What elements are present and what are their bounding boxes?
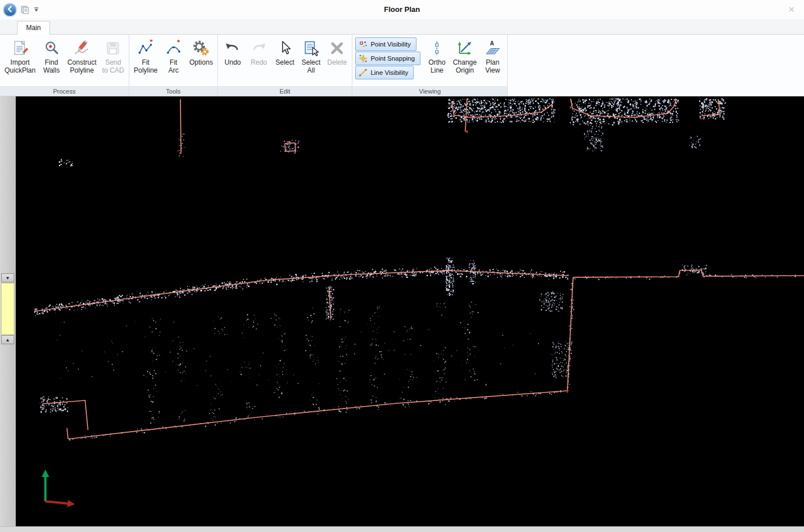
button-label-line1: Delete bbox=[327, 58, 347, 66]
ribbon-button-construct-polyline[interactable]: ConstructPolyline bbox=[65, 36, 99, 74]
button-label-line2: All bbox=[307, 66, 314, 74]
scatter-cabinet-cloud bbox=[699, 98, 726, 120]
group-label: Edit bbox=[218, 86, 352, 96]
scroll-range-indicator[interactable] bbox=[1, 283, 14, 335]
button-label-line1: Fit bbox=[142, 58, 149, 66]
select-icon bbox=[276, 38, 293, 58]
button-label-line1: Select bbox=[275, 58, 294, 66]
ribbon-button-select-all[interactable]: SelectAll bbox=[298, 36, 324, 74]
group-label: Tools bbox=[129, 86, 217, 96]
tab-main[interactable]: Main bbox=[17, 21, 50, 35]
wall-line-room-left-corner[interactable] bbox=[67, 428, 68, 439]
scatter-top-wall-band bbox=[34, 267, 569, 316]
ribbon-button-import-quickplan[interactable]: ImportQuickPlan bbox=[2, 36, 39, 74]
button-label-line2: Polyline bbox=[134, 66, 158, 74]
button-label-line2: Line bbox=[431, 66, 444, 74]
ribbon-button-change-origin[interactable]: ChangeOrigin bbox=[450, 36, 479, 74]
button-label-line1: Change bbox=[453, 58, 477, 66]
button-label-line1: Select bbox=[301, 58, 320, 66]
ribbon-group-process: ImportQuickPlanFindWallsConstructPolylin… bbox=[0, 35, 129, 96]
delete-icon bbox=[329, 38, 346, 58]
button-label-line1: Send bbox=[105, 58, 121, 66]
scatter-bottom-wall-band bbox=[69, 390, 567, 440]
scatter-bit-b bbox=[689, 136, 701, 149]
toggle-line-visibility[interactable]: Line Visibility bbox=[355, 66, 414, 79]
group-label: Process bbox=[0, 86, 129, 96]
toggle-label: Point Visibility bbox=[371, 41, 411, 48]
wall-line-room-right-wall[interactable] bbox=[567, 277, 573, 391]
workspace: ▼ ▲ bbox=[0, 96, 804, 526]
scatter-sofa-left-cloud bbox=[447, 98, 555, 123]
ribbon-button-plan-view[interactable]: APlanView bbox=[479, 36, 506, 74]
button-label-line1: Undo bbox=[225, 58, 241, 66]
point-snapping-icon bbox=[358, 54, 368, 64]
back-button[interactable] bbox=[3, 3, 16, 16]
ribbon-button-options[interactable]: Options bbox=[187, 36, 216, 74]
import-quickplan-icon bbox=[11, 38, 28, 58]
button-label-line2: QuickPlan bbox=[5, 66, 36, 74]
plan-view-icon: A bbox=[484, 38, 501, 58]
copy-icon[interactable] bbox=[20, 5, 30, 14]
scatter-right-blob-a bbox=[539, 292, 563, 312]
toggle-point-snapping[interactable]: Point Snapping bbox=[355, 52, 420, 65]
button-label-line2: Polyline bbox=[70, 66, 94, 74]
line-visibility-icon bbox=[358, 68, 368, 78]
svg-text:*: * bbox=[177, 40, 180, 47]
ribbon-button-ortho-line[interactable]: OrthoLine bbox=[424, 36, 450, 74]
fit-arc-icon: * bbox=[165, 38, 182, 58]
quick-access-dropdown-icon[interactable] bbox=[33, 7, 39, 12]
back-icon bbox=[7, 5, 14, 15]
ribbon-group-viewing: Point VisibilityPoint SnappingLine Visib… bbox=[352, 35, 508, 96]
ribbon-button-select[interactable]: Select bbox=[272, 36, 298, 74]
floor-plan-window: Floor Plan ✕ Main ImportQuickPlanFindWal… bbox=[0, 0, 804, 532]
ribbon-button-find-walls[interactable]: FindWalls bbox=[39, 36, 65, 74]
select-all-icon bbox=[302, 38, 319, 58]
orientation-axis-indicator bbox=[42, 470, 75, 507]
titlebar: Floor Plan ✕ bbox=[0, 0, 804, 19]
button-label-line2: Walls bbox=[43, 66, 60, 74]
button-label-line1: Import bbox=[10, 58, 30, 66]
viewing-toggle-stack: Point VisibilityPoint SnappingLine Visib… bbox=[355, 37, 420, 79]
ribbon-button-redo[interactable]: Redo bbox=[246, 36, 272, 74]
undo-icon bbox=[224, 38, 241, 58]
wall-line-wall-top-left-vertical[interactable] bbox=[180, 99, 181, 153]
button-label-line1: Find bbox=[45, 58, 58, 66]
ribbon-button-delete[interactable]: Delete bbox=[324, 36, 350, 74]
wall-line-interior-wall[interactable] bbox=[329, 288, 331, 319]
ribbon-button-undo[interactable]: Undo bbox=[220, 36, 246, 74]
wall-line-upper-right-wall[interactable] bbox=[573, 270, 804, 277]
toggle-label: Line Visibility bbox=[371, 69, 408, 76]
button-label-line1: Ortho bbox=[428, 58, 445, 66]
button-label-line1: Construct bbox=[68, 58, 96, 66]
wall-line-sofa-left-vertical[interactable] bbox=[465, 99, 467, 132]
group-label: Viewing bbox=[352, 86, 507, 96]
bottom-strip bbox=[0, 526, 804, 532]
ribbon-button-fit-polyline[interactable]: *FitPolyline bbox=[131, 36, 161, 74]
point-cloud-viewport[interactable] bbox=[16, 96, 804, 526]
button-label-line2: Origin bbox=[456, 66, 474, 74]
svg-text:A: A bbox=[490, 40, 494, 47]
ribbon-tab-row: Main bbox=[0, 19, 804, 35]
scroll-down-button[interactable]: ▼ bbox=[1, 273, 14, 282]
scatter-bit-a bbox=[590, 136, 603, 149]
button-label-line1: Options bbox=[190, 58, 213, 66]
scatter-pillar-streak-a bbox=[445, 257, 454, 296]
scroll-up-button[interactable]: ▲ bbox=[1, 335, 14, 344]
wall-line-room-bottom-wall[interactable] bbox=[68, 391, 567, 439]
button-label-line1: Fit bbox=[170, 58, 177, 66]
ribbon-button-fit-arc[interactable]: *FitArc bbox=[161, 36, 187, 74]
point-cloud-svg bbox=[16, 96, 804, 526]
ortho-line-icon bbox=[428, 38, 445, 58]
toggle-point-visibility[interactable]: Point Visibility bbox=[355, 37, 416, 51]
ribbon-button-send-to-cad[interactable]: Sendto CAD bbox=[99, 36, 127, 74]
scatter-room-sparse bbox=[57, 321, 554, 386]
close-button[interactable]: ✕ bbox=[779, 0, 804, 19]
button-label-line2: to CAD bbox=[102, 66, 124, 74]
send-to-cad-icon bbox=[104, 38, 121, 58]
find-walls-icon bbox=[43, 38, 60, 58]
redo-icon bbox=[250, 38, 267, 58]
wall-line-sofa-right-outline[interactable] bbox=[571, 99, 676, 117]
scatter-sofa-right-cloud-a bbox=[570, 98, 621, 125]
ribbon-group-tools: *FitPolyline*FitArcOptionsTools bbox=[129, 35, 218, 96]
fit-polyline-icon: * bbox=[137, 38, 154, 58]
